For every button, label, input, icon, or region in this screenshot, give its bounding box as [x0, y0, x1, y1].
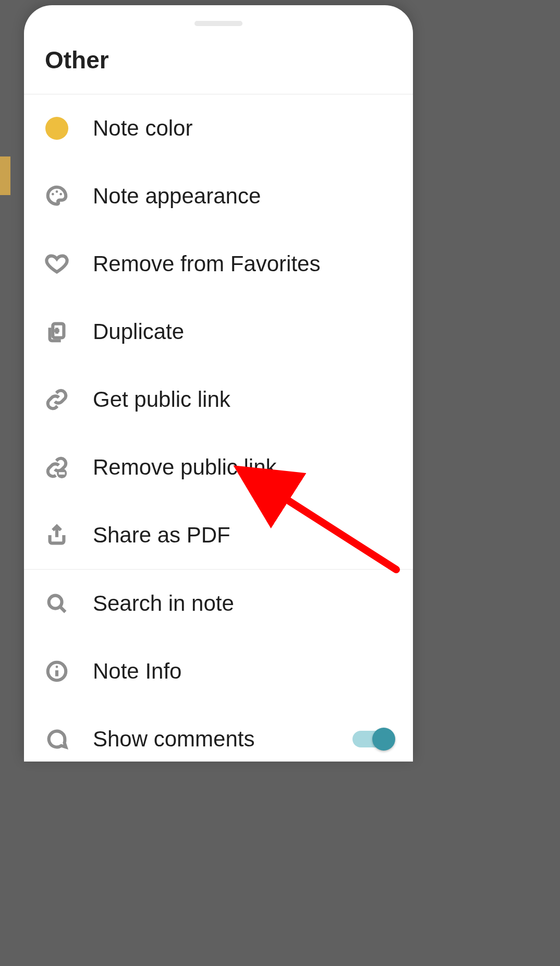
menu-item-label: Get public link [93, 387, 392, 412]
menu-item-get-public-link[interactable]: Get public link [24, 366, 413, 433]
menu-item-label: Remove public link [93, 455, 392, 480]
drag-handle[interactable] [194, 21, 242, 26]
svg-point-1 [56, 190, 58, 193]
info-icon [45, 659, 69, 683]
share-icon [45, 523, 69, 547]
background-note-color-strip [0, 156, 10, 195]
menu-item-search-in-note[interactable]: Search in note [24, 570, 413, 637]
sheet-title: Other [24, 26, 413, 94]
menu-item-label: Share as PDF [93, 523, 392, 548]
palette-icon [45, 184, 69, 208]
link-icon [45, 388, 69, 412]
search-icon [45, 591, 69, 615]
svg-point-0 [52, 193, 54, 196]
menu-item-label: Show comments [93, 727, 328, 752]
menu-item-label: Remove from Favorites [93, 251, 392, 276]
menu-item-label: Duplicate [93, 319, 392, 344]
note-color-icon [45, 116, 69, 140]
duplicate-icon [45, 320, 69, 344]
menu-item-duplicate[interactable]: Duplicate [24, 298, 413, 366]
menu-item-show-comments[interactable]: Show comments [24, 705, 413, 762]
svg-point-8 [49, 596, 62, 609]
menu-item-share-pdf[interactable]: Share as PDF [24, 501, 413, 569]
svg-line-9 [60, 607, 65, 612]
svg-point-2 [59, 193, 62, 196]
menu-item-remove-public-link[interactable]: Remove public link [24, 433, 413, 501]
menu-list: Note color Note appearance Remove from F… [24, 94, 413, 762]
heart-icon [45, 252, 69, 276]
menu-item-label: Search in note [93, 591, 392, 616]
menu-item-note-appearance[interactable]: Note appearance [24, 162, 413, 230]
menu-item-label: Note color [93, 116, 392, 141]
show-comments-toggle[interactable] [352, 731, 392, 747]
bottom-sheet: Other Note color Note appearance [24, 5, 413, 762]
menu-item-remove-favorites[interactable]: Remove from Favorites [24, 230, 413, 298]
menu-item-label: Note Info [93, 659, 392, 684]
menu-item-note-info[interactable]: Note Info [24, 637, 413, 705]
menu-item-label: Note appearance [93, 184, 392, 209]
menu-item-note-color[interactable]: Note color [24, 94, 413, 162]
link-remove-icon [45, 455, 69, 479]
svg-point-12 [56, 666, 58, 668]
comment-icon [45, 727, 69, 751]
